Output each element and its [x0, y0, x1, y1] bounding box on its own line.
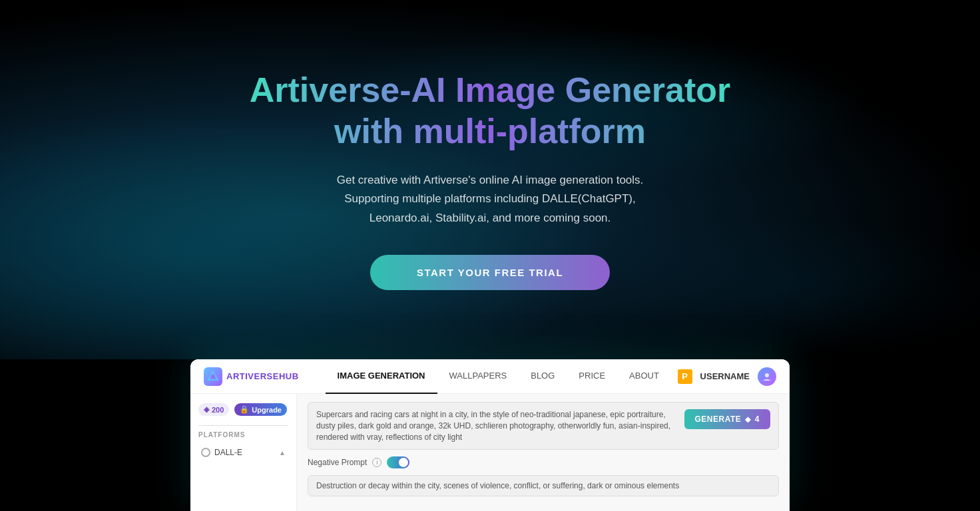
app-nav: ARTIVERSEHUB IMAGE GENERATION WALLPAPERS… [190, 359, 790, 394]
cta-button[interactable]: START YOUR FREE TRIAL [370, 255, 610, 290]
negative-prompt-row: Negative Prompt i [308, 456, 779, 468]
app-logo: ARTIVERSEHUB [204, 367, 299, 386]
app-preview-section: ARTIVERSEHUB IMAGE GENERATION WALLPAPERS… [0, 359, 980, 511]
platform-name-dalle: DALL-E [214, 448, 279, 457]
logo-text: ARTIVERSEHUB [226, 371, 299, 381]
nav-item-about[interactable]: ABOUT [617, 359, 671, 394]
nav-username: USERNAME [700, 371, 750, 381]
generate-button[interactable]: GENERATE ◆ 4 [684, 409, 770, 429]
app-main: Supercars and racing cars at night in a … [297, 394, 790, 511]
logo-icon [204, 367, 222, 386]
nav-item-wallpapers[interactable]: WALLPAPERS [437, 359, 519, 394]
svg-point-2 [765, 373, 769, 377]
app-sidebar: ◈ 200 🔒 Upgrade PLATFORMS DALL-E ▲ [190, 394, 297, 511]
diamond-icon: ◆ [745, 415, 751, 424]
upgrade-badge[interactable]: 🔒 Upgrade [234, 403, 287, 416]
radio-dalle[interactable] [201, 448, 210, 457]
prompt-area: Supercars and racing cars at night in a … [308, 402, 779, 450]
sidebar-item-dalle[interactable]: DALL-E ▲ [198, 444, 288, 461]
nav-right: P USERNAME [678, 367, 776, 386]
credits-icon: ◈ [204, 405, 209, 414]
nav-avatar[interactable] [758, 367, 776, 386]
nav-item-blog[interactable]: BLOG [519, 359, 567, 394]
app-window: ARTIVERSEHUB IMAGE GENERATION WALLPAPERS… [190, 359, 790, 511]
negative-prompt-toggle[interactable] [387, 456, 409, 468]
app-body: ◈ 200 🔒 Upgrade PLATFORMS DALL-E ▲ [190, 394, 790, 511]
hero-section: Artiverse-AI Image Generator with multi-… [0, 0, 980, 359]
negative-prompt-input: Destruction or decay within the city, sc… [308, 475, 779, 496]
sidebar-divider [198, 425, 288, 426]
info-icon: i [372, 458, 381, 467]
chevron-down-icon: ▲ [279, 449, 286, 456]
prompt-text[interactable]: Supercars and racing cars at night in a … [316, 409, 676, 442]
sidebar-platforms-label: PLATFORMS [198, 431, 288, 438]
hero-title: Artiverse-AI Image Generator with multi-… [240, 69, 740, 152]
lock-icon: 🔒 [240, 405, 249, 414]
svg-point-1 [211, 375, 215, 379]
hero-content: Artiverse-AI Image Generator with multi-… [240, 69, 740, 290]
premium-icon: P [678, 369, 692, 384]
nav-item-price[interactable]: PRICE [567, 359, 617, 394]
nav-items: IMAGE GENERATION WALLPAPERS BLOG PRICE A… [326, 359, 678, 394]
sidebar-credits-row: ◈ 200 🔒 Upgrade [198, 403, 288, 416]
credits-badge: ◈ 200 [198, 403, 229, 416]
nav-item-image-generation[interactable]: IMAGE GENERATION [326, 359, 437, 394]
negative-prompt-label: Negative Prompt [308, 458, 367, 467]
hero-subtitle: Get creative with Artiverse's online AI … [240, 171, 740, 229]
